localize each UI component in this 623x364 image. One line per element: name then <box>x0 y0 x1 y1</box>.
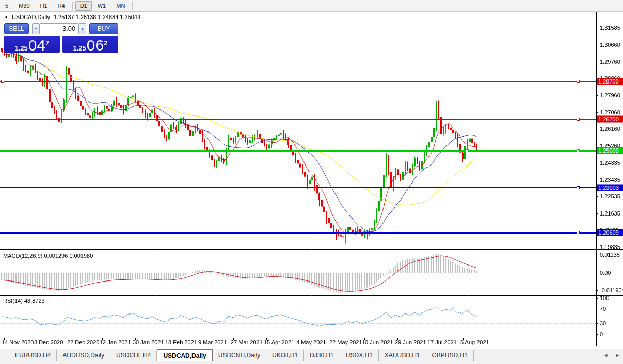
price-axis-label: 1.23435 <box>600 177 620 183</box>
timeframe-button[interactable]: H4 <box>53 1 70 11</box>
chart-tab[interactable]: USDCNH,Daily <box>213 350 266 361</box>
chart-tab[interactable]: USDX,H1 <box>340 350 379 361</box>
macd-axis-label: 0.01135 <box>600 252 620 258</box>
date-axis-label: 9 Mar 2021 <box>198 339 227 345</box>
date-axis-label: 5 Aug 2021 <box>460 339 489 345</box>
date-axis-label: 30 Jan 2021 <box>133 339 164 345</box>
volume-input[interactable]: 3.00 <box>40 23 78 34</box>
date-axis-label: 14 Nov 2020 <box>2 339 34 345</box>
sell-price-point: 7 <box>45 41 49 46</box>
chart-tab[interactable]: AUDUSD,Daily <box>57 350 110 361</box>
price-axis-label: 1.27060 <box>600 109 620 115</box>
buy-price-pips: 06 <box>87 38 104 52</box>
macd-indicator-label: MACD(12,26,9) 0.001296 0.001980 <box>3 253 93 259</box>
chart-header: ▲ USDCAD,Daily 1.25137 1.25138 1.24884 1… <box>4 14 140 20</box>
chart-ohlc-values: 1.25137 1.25138 1.24884 1.25044 <box>54 14 140 20</box>
price-level-badge: 1.23003 <box>597 185 623 191</box>
timeframe-group-1: 5M30H1H4 <box>0 0 70 11</box>
date-axis-label: 3 Dec 2020 <box>34 339 63 345</box>
date-axis-label: 29 Jun 2021 <box>395 339 426 345</box>
rsi-axis-label: 100 <box>600 295 609 301</box>
chart-tabs: EURUSD,H4AUDUSD,DailyUSDCHF,H4USDCAD,Dai… <box>9 349 474 361</box>
chart-tab[interactable]: EURUSD,H4 <box>9 350 57 361</box>
price-axis-label: 1.22535 <box>600 193 620 200</box>
timeframe-toolbar: 5M30H1H4 D1W1MN <box>0 0 623 12</box>
price-chart-canvas[interactable] <box>0 0 623 364</box>
date-axis-label: 12 Jan 2021 <box>100 339 131 345</box>
date-axis-label: 18 Feb 2021 <box>165 339 197 345</box>
timeframe-button[interactable]: M30 <box>14 1 34 11</box>
buy-button[interactable]: BUY <box>89 23 118 34</box>
timeframe-button[interactable]: H1 <box>36 1 52 11</box>
chart-tab[interactable]: USDCAD,Daily <box>157 349 212 361</box>
sell-price-main: 1.25 <box>15 44 28 52</box>
buy-price-main: 1.25 <box>73 44 86 52</box>
trade-panel-price-row: 1.25 04 7 1.25 06 2 <box>4 36 118 53</box>
date-axis-label: 22 Dec 2020 <box>67 339 99 345</box>
rsi-axis-label: 0 <box>600 331 603 337</box>
chart-tab[interactable]: XAUUSD,H1 <box>379 350 426 361</box>
price-axis-label: 1.30660 <box>600 42 620 48</box>
date-axis-label: 17 Jul 2021 <box>427 339 457 345</box>
toolbar-separator <box>72 2 73 10</box>
price-level-badge: 1.20609 <box>597 229 623 236</box>
chart-tab[interactable]: USDCHF,H4 <box>110 350 157 361</box>
chart-tab-bar: EURUSD,H4AUDUSD,DailyUSDCHF,H4USDCAD,Dai… <box>0 349 623 364</box>
macd-axis-label: -0.011904 <box>600 287 623 293</box>
volume-increase-button[interactable]: ▲ <box>78 23 86 34</box>
price-axis-label: 1.29760 <box>600 59 620 65</box>
toolbar-separator <box>132 2 133 10</box>
chart-tab[interactable]: GBPUSD,H1 <box>426 350 474 361</box>
price-level-badge: 1.25003 <box>597 147 623 154</box>
price-axis-label: 1.26160 <box>600 126 620 132</box>
volume-decrease-button[interactable]: ▼ <box>32 23 40 34</box>
timeframe-button[interactable]: W1 <box>93 1 111 11</box>
price-level-badge: 1.26700 <box>597 116 623 123</box>
arrow-down-icon: ▼ <box>34 27 38 30</box>
price-axis-label: 1.19835 <box>600 244 620 250</box>
rsi-axis-label: 70 <box>600 306 606 312</box>
trade-panel-top-row: SELL ▼ 3.00 ▲ BUY <box>4 23 118 35</box>
tab-scroll-right-icon[interactable]: ► <box>615 353 620 358</box>
timeframe-button[interactable]: 5 <box>1 1 13 11</box>
macd-axis-label: 0.00 <box>600 270 611 276</box>
price-axis-label: 1.21635 <box>600 210 620 217</box>
rsi-axis-label: 30 <box>600 320 606 326</box>
price-axis-label: 1.24335 <box>600 160 620 166</box>
sell-price-tile[interactable]: 1.25 04 7 <box>4 36 60 53</box>
chart-symbol-label: USDCAD,Daily <box>12 14 50 20</box>
rsi-indicator-label: RSI(14) 48.8723 <box>3 297 45 304</box>
tab-scroll-arrows: ◄ ► <box>603 353 620 358</box>
chart-tab[interactable]: UKOil,H1 <box>266 350 304 361</box>
one-click-trading-panel: SELL ▼ 3.00 ▲ BUY 1.25 04 7 1.25 06 2 <box>4 23 118 53</box>
collapse-triangle-icon[interactable]: ▲ <box>4 15 8 19</box>
date-axis-label: 15 Apr 2021 <box>264 339 294 345</box>
sell-button[interactable]: SELL <box>4 23 29 34</box>
timeframe-group-2: D1W1MN <box>75 0 131 11</box>
date-axis-label: 10 Jun 2021 <box>362 339 393 345</box>
price-level-badge: 1.28700 <box>597 78 623 85</box>
price-axis-label: 1.31585 <box>600 25 620 31</box>
date-axis-label: 22 May 2021 <box>329 339 362 345</box>
sell-price-pips: 04 <box>28 38 45 52</box>
tab-scroll-left-icon[interactable]: ◄ <box>603 353 608 358</box>
arrow-up-icon: ▲ <box>81 27 84 30</box>
date-axis-label: 4 May 2021 <box>296 339 326 345</box>
buy-price-tile[interactable]: 1.25 06 2 <box>62 36 118 53</box>
chart-tab[interactable]: DJ30,H1 <box>304 350 340 361</box>
timeframe-button[interactable]: D1 <box>75 1 92 11</box>
price-axis-label: 1.27960 <box>600 92 620 98</box>
date-axis-label: 27 Mar 2021 <box>231 339 263 345</box>
timeframe-button[interactable]: MN <box>111 1 130 11</box>
buy-price-point: 2 <box>104 41 107 46</box>
